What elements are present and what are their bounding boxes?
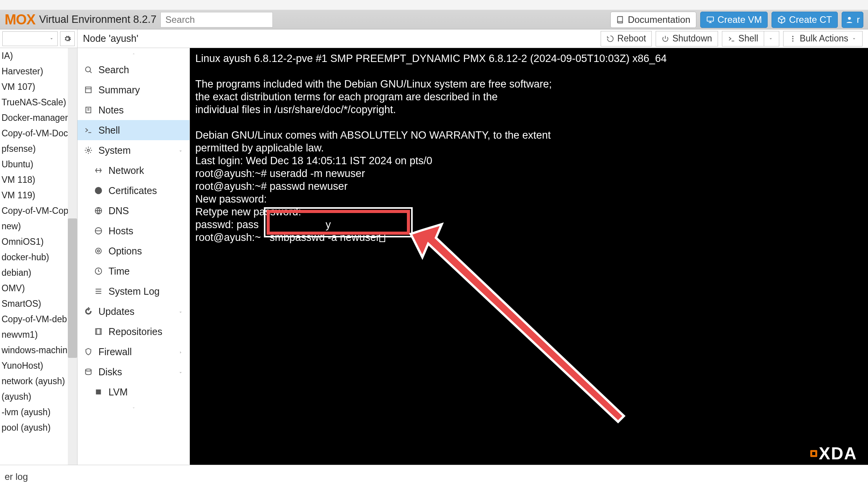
sidenav-item-shell[interactable]: Shell bbox=[78, 120, 189, 140]
sidenav-item-label: Firewall bbox=[98, 346, 132, 357]
bottom-log-bar[interactable]: er log bbox=[0, 465, 868, 488]
tree-item[interactable]: TrueNAS-Scale) bbox=[0, 95, 77, 110]
system-icon bbox=[84, 146, 93, 155]
tree-item[interactable]: debian) bbox=[0, 265, 77, 280]
reboot-icon bbox=[606, 35, 614, 43]
term-line: root@ayush:~# passwd newuser bbox=[195, 180, 348, 192]
tree-item[interactable]: pfsense) bbox=[0, 141, 77, 156]
sidenav-item-notes[interactable]: Notes bbox=[78, 100, 189, 120]
shell-label: Shell bbox=[739, 33, 758, 44]
sidenav-item-options[interactable]: Options bbox=[78, 241, 189, 261]
create-vm-button[interactable]: Create VM bbox=[700, 12, 768, 28]
sidenav-item-label: System bbox=[98, 145, 131, 156]
tree-item[interactable]: Docker-manager bbox=[0, 110, 77, 125]
tree-item[interactable]: Copy-of-VM-Doc bbox=[0, 125, 77, 141]
term-line: the exact distribution terms for each pr… bbox=[195, 91, 498, 103]
term-line: permitted by applicable law. bbox=[195, 142, 324, 154]
tree-item[interactable]: IA) bbox=[0, 48, 77, 64]
sidenav-item-updates[interactable]: Updates bbox=[78, 301, 189, 321]
tree-item[interactable]: YunoHost) bbox=[0, 358, 77, 373]
tree-scrollbar-thumb[interactable] bbox=[68, 218, 77, 358]
tree-item[interactable]: Harvester) bbox=[0, 64, 77, 79]
sidenav-item-system-log[interactable]: System Log bbox=[78, 281, 189, 301]
term-line: Debian GNU/Linux comes with ABSOLUTELY N… bbox=[195, 129, 551, 141]
term-line: Last login: Wed Dec 18 14:05:11 IST 2024… bbox=[195, 155, 432, 167]
tree-item[interactable]: pool (ayush) bbox=[0, 420, 77, 435]
bulk-actions-button[interactable]: Bulk Actions bbox=[783, 31, 863, 46]
sidenav-item-label: Network bbox=[108, 165, 144, 176]
sidenav-item-search[interactable]: Search bbox=[78, 60, 189, 80]
resource-tree[interactable]: IA)Harvester)VM 107)TrueNAS-Scale)Docker… bbox=[0, 48, 77, 465]
svg-point-11 bbox=[97, 250, 100, 252]
shell-icon bbox=[84, 125, 93, 135]
xda-square-icon bbox=[810, 450, 817, 457]
term-line: root@ayush:~# useradd -m newuser bbox=[195, 168, 365, 179]
sidenav-item-disks[interactable]: Disks bbox=[78, 362, 189, 382]
sidenav-item-label: Shell bbox=[98, 125, 120, 136]
notes-icon bbox=[84, 105, 93, 115]
tree-settings-button[interactable] bbox=[60, 31, 75, 46]
create-ct-button[interactable]: Create CT bbox=[772, 12, 838, 28]
sidenav-item-lvm[interactable]: LVM bbox=[78, 382, 189, 402]
tree-item[interactable]: SmartOS) bbox=[0, 296, 77, 311]
sidenav-item-repositories[interactable]: Repositories bbox=[78, 321, 189, 342]
browser-chrome-strip bbox=[0, 0, 868, 10]
sidenav-item-time[interactable]: Time bbox=[78, 261, 189, 281]
node-toolbar: Node 'ayush' Reboot Shutdown Shell Bulk … bbox=[78, 29, 868, 48]
sidenav-item-summary[interactable]: Summary bbox=[78, 80, 189, 100]
sidenav-item-label: Notes bbox=[98, 105, 124, 116]
sidenav-item-network[interactable]: Network bbox=[78, 160, 189, 180]
shutdown-button[interactable]: Shutdown bbox=[656, 31, 718, 46]
create-ct-label: Create CT bbox=[789, 14, 832, 25]
user-menu-button[interactable]: r bbox=[842, 12, 863, 28]
tree-item[interactable]: network (ayush) bbox=[0, 373, 77, 389]
sidenav-item-hosts[interactable]: Hosts bbox=[78, 221, 189, 241]
sidenav-item-firewall[interactable]: Firewall bbox=[78, 342, 189, 362]
sidenav-item-certificates[interactable]: Certificates bbox=[78, 180, 189, 201]
sidenav-item-label: Search bbox=[98, 64, 129, 76]
svg-point-5 bbox=[86, 67, 91, 72]
shell-dropdown-button[interactable]: Shell bbox=[722, 31, 779, 46]
updates-icon bbox=[84, 307, 93, 316]
svg-point-3 bbox=[792, 38, 793, 39]
sidenav-item-dns[interactable]: DNS bbox=[78, 201, 189, 221]
tree-item[interactable]: OMV) bbox=[0, 280, 77, 296]
chevron-down-icon bbox=[851, 36, 857, 41]
tree-item[interactable]: OmniOS1) bbox=[0, 234, 77, 249]
chevron-down-icon bbox=[178, 306, 183, 317]
tree-scrollbar[interactable] bbox=[68, 48, 77, 465]
tree-item[interactable]: windows-machin bbox=[0, 342, 77, 358]
chevron-right-icon bbox=[178, 346, 183, 357]
tree-item[interactable]: (ayush) bbox=[0, 389, 77, 404]
reboot-button[interactable]: Reboot bbox=[601, 31, 652, 46]
search-input[interactable] bbox=[160, 12, 273, 27]
tree-item[interactable]: VM 118) bbox=[0, 172, 77, 187]
tree-item[interactable]: VM 107) bbox=[0, 79, 77, 95]
documentation-button[interactable]: Documentation bbox=[610, 12, 696, 28]
chevron-down-icon bbox=[768, 36, 773, 41]
tree-item[interactable]: docker-hub) bbox=[0, 249, 77, 265]
sidenav-collapse-down[interactable] bbox=[78, 402, 189, 414]
tree-item[interactable]: -lvm (ayush) bbox=[0, 404, 77, 420]
sidenav-item-label: DNS bbox=[108, 205, 129, 217]
tree-item[interactable]: VM 119) bbox=[0, 187, 77, 203]
tree-item[interactable]: Copy-of-VM-Cop bbox=[0, 203, 77, 218]
sidenav-item-system[interactable]: System bbox=[78, 140, 189, 160]
tree-item[interactable]: Copy-of-VM-deb bbox=[0, 311, 77, 327]
shutdown-label: Shutdown bbox=[672, 33, 712, 44]
shell-terminal[interactable]: Linux ayush 6.8.12-2-pve #1 SMP PREEMPT_… bbox=[190, 48, 868, 465]
gear-icon bbox=[64, 35, 71, 43]
hosts-icon bbox=[94, 226, 103, 235]
user-label: r bbox=[857, 14, 860, 25]
tree-item[interactable]: newvm1) bbox=[0, 327, 77, 342]
sidenav-item-label: Time bbox=[108, 266, 130, 277]
reboot-label: Reboot bbox=[617, 33, 646, 44]
tree-item[interactable]: new) bbox=[0, 218, 77, 234]
view-selector-dropdown[interactable] bbox=[2, 31, 58, 46]
sidenav-item-label: Summary bbox=[98, 84, 140, 96]
sidenav-collapse-up[interactable] bbox=[78, 48, 189, 60]
sidenav-item-label: Options bbox=[108, 246, 142, 257]
svg-point-16 bbox=[86, 369, 91, 371]
tree-item[interactable]: Ubuntu) bbox=[0, 156, 77, 172]
svg-point-7 bbox=[87, 149, 90, 151]
